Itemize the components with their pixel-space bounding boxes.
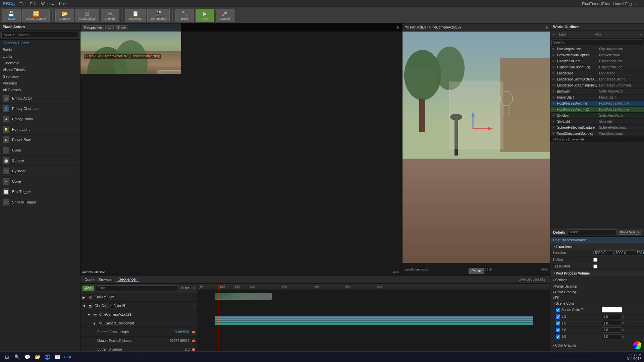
color-wheel[interactable] <box>633 341 641 349</box>
location-z-input[interactable] <box>635 250 644 255</box>
category-recently-placed[interactable]: Recently Placed <box>0 40 80 46</box>
location-y-input[interactable] <box>614 250 634 255</box>
track-add-icon[interactable]: + <box>194 296 196 299</box>
reset-icon[interactable]: ↺ <box>622 322 625 325</box>
category-all-classes[interactable]: All Classes <box>0 86 80 93</box>
list-item[interactable]: ○ Sphere Trigger <box>0 197 80 207</box>
outliner-row[interactable]: 👁 SkyBox StaticMeshActor <box>550 113 644 119</box>
menu-item-edit[interactable]: Edit <box>30 2 37 6</box>
track-remove-icon[interactable]: × <box>194 304 196 308</box>
eye-icon[interactable]: 👁 <box>552 72 556 75</box>
save-button[interactable]: 💾 Save <box>2 9 21 22</box>
expand-icon[interactable]: ▼ <box>83 304 87 308</box>
dirt-mask-check[interactable] <box>556 335 560 339</box>
start-button[interactable]: ⊞ <box>3 353 11 361</box>
actor-search-input[interactable] <box>1 32 79 38</box>
details-search-input[interactable] <box>567 229 616 235</box>
seq-track-camera-component[interactable]: ▼ 📷 CameraComponent <box>80 319 198 328</box>
color-swatch[interactable] <box>602 307 622 312</box>
eye-icon[interactable]: 👁 <box>552 102 556 105</box>
sequence-playhead[interactable] <box>218 284 218 351</box>
eye-icon[interactable]: 👁 <box>552 96 556 99</box>
list-item[interactable]: ⬛ Cube <box>0 145 80 156</box>
category-basic[interactable]: Basic <box>0 46 80 53</box>
tessellated-checkbox[interactable] <box>593 264 597 268</box>
list-item[interactable]: ☐ Empty Actor <box>0 93 80 104</box>
expand-icon[interactable]: ▼ <box>87 313 91 317</box>
expand-icon[interactable]: ▶ <box>83 295 87 299</box>
outliner-row[interactable]: 👁 ExponentialHeightFog ExponentialFog <box>550 64 644 70</box>
outliner-row[interactable]: 👁 BlockingVolume BlockingVolume <box>550 46 644 52</box>
eye-icon[interactable]: 👁 <box>552 54 556 57</box>
eye-icon[interactable]: 👁 <box>552 108 556 111</box>
image-intensity-input[interactable] <box>602 314 622 319</box>
outliner-row[interactable]: 👁 LandscapeGizmoActiveActor LandscapeGiz… <box>550 76 644 82</box>
transform-section-header[interactable]: ▼ Transform <box>550 243 644 250</box>
white-balance-header[interactable]: ▶ White Balance <box>550 284 644 289</box>
cinematics-button[interactable]: 🎬 Cinematics <box>147 9 170 22</box>
outliner-row[interactable]: 👁 WindDirectionalSource1 WindDirectional… <box>550 131 644 137</box>
list-item[interactable]: ♟ Empty Pawn <box>0 114 80 124</box>
pp-settings-header[interactable]: ▶ Settings <box>553 277 641 283</box>
location-x-input[interactable] <box>593 250 613 255</box>
seq-add-button[interactable]: Add <box>83 286 94 291</box>
left-viewport[interactable]: Perspective Lit Show ⊞ PREVIEW: CameraAc… <box>80 23 402 275</box>
timeline-clip[interactable] <box>215 293 272 300</box>
outliner-row[interactable]: 👁 PostProcessVolume PostProcessVolume <box>550 101 644 107</box>
eye-icon[interactable]: 👁 <box>552 84 556 87</box>
reset-icon[interactable]: ↺ <box>622 315 625 318</box>
outliner-row[interactable]: 👁 BoxReflectionCapture BoxReflection.. <box>550 52 644 58</box>
view-options-icon[interactable]: ⚙ <box>639 33 642 36</box>
reset-icon[interactable]: ↺ <box>622 335 625 339</box>
show-button[interactable]: Show <box>115 25 128 30</box>
category-cinematic[interactable]: Cinematic <box>0 60 80 66</box>
outliner-row[interactable]: 👁 SphereReflectionCapture SphereReflecti… <box>550 125 644 131</box>
seq-track-cine-camera-sub[interactable]: ▼ 📷 CineCameraActor191 <box>80 310 198 319</box>
vignette-input[interactable] <box>602 321 622 326</box>
list-item[interactable]: 👤 Empty Character <box>0 104 80 114</box>
seq-track-aperture[interactable]: Current Aperture 2.8 <box>80 345 198 351</box>
lit-button[interactable]: Lit <box>105 25 114 30</box>
source-control-button[interactable]: 🔀 Source Control <box>22 9 50 22</box>
edge-button[interactable]: 🌐 <box>43 353 52 361</box>
eye-icon[interactable]: 👁 <box>552 66 556 69</box>
dirt-mask-input[interactable] <box>602 334 622 339</box>
menu-item-file[interactable]: File <box>19 2 25 6</box>
category-visual-effects[interactable]: Visual Effects <box>0 66 80 73</box>
seq-track-cine-camera[interactable]: ▼ 📷 CineCameraActor191 + × <box>80 302 198 310</box>
right-viewport-expand[interactable]: ⊞ <box>545 26 548 29</box>
eye-icon[interactable]: 👁 <box>552 120 556 123</box>
list-item[interactable]: ▶ Player Start <box>0 135 80 145</box>
hollow-checkbox[interactable] <box>593 258 597 262</box>
list-item[interactable]: △ Cone <box>0 176 80 187</box>
expand-icon[interactable]: ▼ <box>93 321 97 325</box>
category-volumes[interactable]: Volumes <box>0 80 80 86</box>
mail-button[interactable]: 📧 <box>53 353 62 361</box>
eye-icon[interactable]: 👁 <box>552 60 556 63</box>
file-explorer-button[interactable]: 📁 <box>33 353 42 361</box>
seq-search-input[interactable] <box>96 285 177 291</box>
task-view-button[interactable]: 💬 <box>23 353 32 361</box>
category-lights[interactable]: Lights <box>0 53 80 60</box>
seq-track-focus-distance[interactable]: Manual Focus Distance 93777.99625 <box>80 337 198 345</box>
outliner-row[interactable]: 👁 LandscapeStreamingProxy LandscapeStrea… <box>550 82 644 88</box>
image-intensity-check[interactable] <box>556 314 560 319</box>
eye-icon[interactable]: 👁 <box>552 126 556 129</box>
launch-button[interactable]: 🚀 Launch <box>216 9 234 22</box>
eye-icon[interactable]: 👁 <box>552 78 556 81</box>
grain-check[interactable] <box>556 328 560 332</box>
seq-settings-icon[interactable]: ⚙ <box>193 287 196 290</box>
outliner-row[interactable]: 👁 PlayerStart PlayerStart <box>550 95 644 101</box>
settings-button[interactable]: ⚙ Settings <box>101 9 119 22</box>
scene-color-tint-check[interactable] <box>556 308 560 312</box>
list-item[interactable]: 💡 Point Light <box>0 124 80 135</box>
blueprints-button[interactable]: 📋 Blueprints <box>125 9 146 22</box>
unreal-taskbar[interactable]: UE4 <box>63 353 72 361</box>
outliner-search-input[interactable] <box>551 40 643 45</box>
sequencer-tab[interactable]: Sequencer <box>117 277 139 282</box>
marketplace-button[interactable]: 🛒 Marketplace <box>75 9 99 22</box>
outliner-row[interactable]: 👁 SkyLight SkyLight <box>550 119 644 125</box>
content-browser-tab[interactable]: Content Browser <box>83 278 114 282</box>
menu-item-window[interactable]: Window <box>41 2 54 6</box>
category-geometry[interactable]: Geometry <box>0 73 80 80</box>
